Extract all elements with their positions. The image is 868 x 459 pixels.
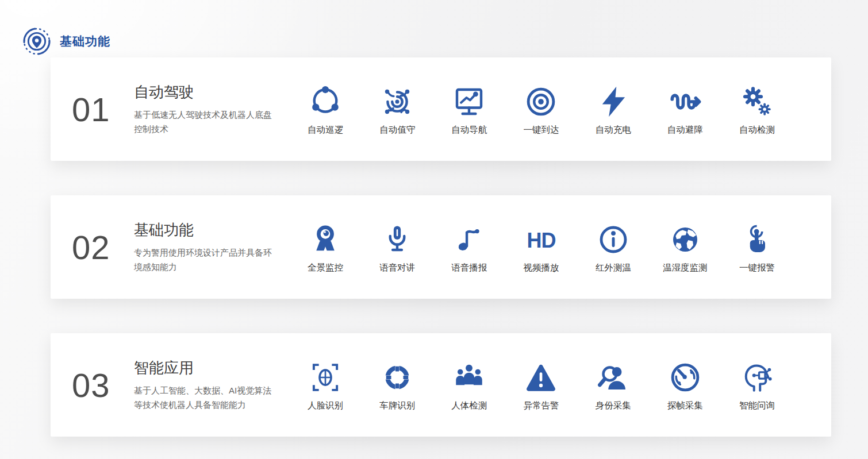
feature-one-key-arrive: 一键到达 xyxy=(507,82,575,136)
feature-plate-recognition: 车牌识别 xyxy=(363,358,431,412)
feature-list: 全景监控 语音对讲 xyxy=(291,220,791,274)
feature-smart-inquiry: 智能问询 xyxy=(723,358,791,412)
lightning-icon xyxy=(597,82,629,118)
feature-label: 一键报警 xyxy=(739,262,775,274)
feature-label: 人体检测 xyxy=(451,400,487,412)
section-number: 03 xyxy=(72,366,134,404)
card-auto-driving: 01 自动驾驶 基于低速无人驾驶技术及机器人底盘控制技术 xyxy=(51,57,831,161)
crosshair-icon xyxy=(381,358,413,394)
page-header: 基础功能 xyxy=(0,0,868,57)
feature-auto-navigation: 自动导航 xyxy=(435,82,503,136)
feature-panorama-monitor: 全景监控 xyxy=(291,220,359,274)
feature-label: 异常告警 xyxy=(523,400,559,412)
section-description: 专为警用使用环境设计产品并具备环境感知能力 xyxy=(134,246,272,275)
feature-auto-avoid: 自动避障 xyxy=(651,82,719,136)
feature-label: 语音播报 xyxy=(451,262,487,274)
feature-voice-intercom: 语音对讲 xyxy=(363,220,431,274)
tap-hand-icon xyxy=(741,220,773,256)
location-pin-swirl-icon xyxy=(22,26,52,56)
section-number: 02 xyxy=(72,228,134,267)
feature-one-key-alarm: 一键报警 xyxy=(723,220,791,274)
radar-icon xyxy=(669,358,701,394)
section-number: 01 xyxy=(72,90,134,129)
feature-label: 自动值守 xyxy=(379,124,415,136)
feature-face-recognition: 人脸识别 xyxy=(291,358,359,412)
section-info: 智能应用 基于人工智能、大数据、AI视觉算法等技术使机器人具备智能能力 xyxy=(134,358,272,412)
feature-label: 语音对讲 xyxy=(379,262,415,274)
hd-text: HD xyxy=(527,226,555,256)
feature-video-play: HD 视频播放 xyxy=(507,220,575,274)
feature-cards: 01 自动驾驶 基于低速无人驾驶技术及机器人底盘控制技术 xyxy=(0,57,868,437)
feature-abnormal-alert: 异常告警 xyxy=(507,358,575,412)
face-scan-icon xyxy=(309,358,341,394)
section-info: 自动驾驶 基于低速无人驾驶技术及机器人底盘控制技术 xyxy=(134,82,272,137)
feature-list: 人脸识别 车牌识别 xyxy=(291,358,791,412)
section-info: 基础功能 专为警用使用环境设计产品并具备环境感知能力 xyxy=(134,220,272,275)
feature-infrared-temp: 红外测温 xyxy=(579,220,647,274)
section-title: 基础功能 xyxy=(134,220,272,240)
hd-icon: HD xyxy=(527,220,555,256)
feature-label: 自动巡逻 xyxy=(308,124,343,136)
warning-triangle-icon xyxy=(525,358,557,394)
feature-label: 人脸识别 xyxy=(308,400,343,412)
webcam-icon xyxy=(309,220,341,256)
feature-auto-check: 自动检测 xyxy=(723,82,791,136)
feature-frame-capture: 探帧采集 xyxy=(651,358,719,412)
feature-label: 自动避障 xyxy=(667,124,703,136)
feature-label: 温湿度监测 xyxy=(663,262,708,274)
feature-label: 视频播放 xyxy=(523,262,559,274)
feature-auto-patrol: 自动巡逻 xyxy=(291,82,359,136)
standby-vortex-icon xyxy=(381,82,413,118)
person-search-icon xyxy=(597,358,629,394)
feature-identity-collect: 身份采集 xyxy=(579,358,647,412)
feature-voice-broadcast: 语音播报 xyxy=(435,220,503,274)
info-circle-icon xyxy=(597,220,629,256)
feature-list: 自动巡逻 xyxy=(291,82,791,136)
card-basic-functions: 02 基础功能 专为警用使用环境设计产品并具备环境感知能力 全景监控 xyxy=(51,195,831,299)
feature-label: 红外测温 xyxy=(596,262,631,274)
feature-label: 一键到达 xyxy=(523,124,559,136)
feature-label: 身份采集 xyxy=(596,400,631,412)
feature-temp-humidity: 温湿度监测 xyxy=(651,220,719,274)
wave-arrow-icon xyxy=(669,82,701,118)
feature-label: 自动检测 xyxy=(739,124,775,136)
music-note-icon xyxy=(453,220,485,256)
gears-icon xyxy=(741,82,773,118)
target-icon xyxy=(525,82,557,118)
feature-label: 自动充电 xyxy=(596,124,631,136)
section-description: 基于人工智能、大数据、AI视觉算法等技术使机器人具备智能能力 xyxy=(134,384,272,412)
page-title: 基础功能 xyxy=(60,33,110,49)
feature-label: 全景监控 xyxy=(308,262,343,274)
feature-label: 探帧采集 xyxy=(667,400,703,412)
microphone-icon xyxy=(381,220,413,256)
ai-head-icon xyxy=(741,358,773,394)
section-title: 智能应用 xyxy=(134,358,272,378)
feature-label: 车牌识别 xyxy=(379,400,415,412)
navigation-monitor-icon xyxy=(453,82,485,118)
feature-label: 智能问询 xyxy=(739,400,775,412)
feature-auto-standby: 自动值守 xyxy=(363,82,431,136)
section-title: 自动驾驶 xyxy=(134,82,272,102)
feature-human-detect: 人体检测 xyxy=(435,358,503,412)
feature-auto-charge: 自动充电 xyxy=(579,82,647,136)
people-group-icon xyxy=(453,358,485,394)
patrol-icon xyxy=(309,82,341,118)
card-smart-applications: 03 智能应用 基于人工智能、大数据、AI视觉算法等技术使机器人具备智能能力 xyxy=(51,333,831,437)
feature-label: 自动导航 xyxy=(451,124,487,136)
section-description: 基于低速无人驾驶技术及机器人底盘控制技术 xyxy=(134,108,272,137)
globe-icon xyxy=(669,220,701,256)
